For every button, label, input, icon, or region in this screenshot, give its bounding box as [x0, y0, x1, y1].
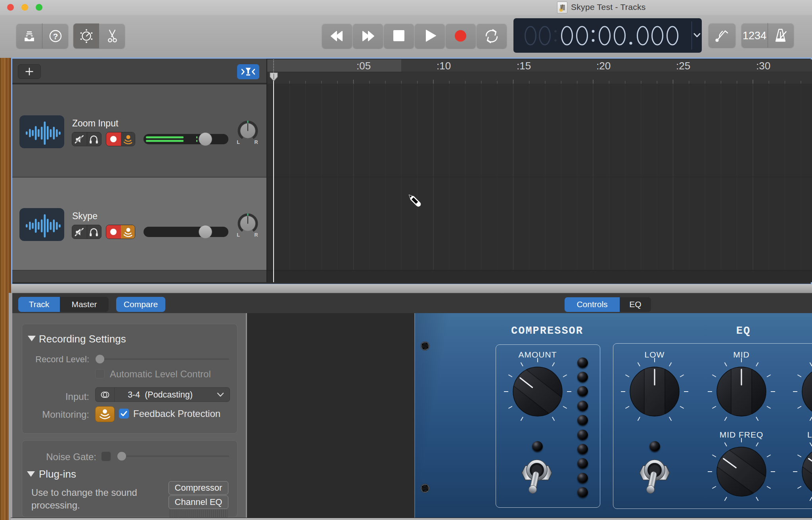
svg-text:?: ? [53, 32, 58, 41]
